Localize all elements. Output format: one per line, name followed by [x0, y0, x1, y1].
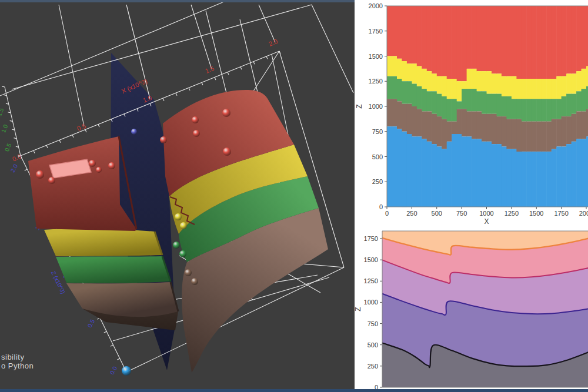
- cell-yellow: [562, 76, 567, 96]
- cell-yellow: [482, 71, 487, 91]
- tick-labels: 025050075010001250150017500: [364, 235, 385, 392]
- cell-green: [487, 94, 492, 114]
- cell-red: [497, 6, 502, 73]
- cell-red: [457, 6, 462, 81]
- cell-blue: [417, 136, 422, 207]
- cell-blue: [536, 152, 542, 207]
- red-point[interactable]: [160, 136, 167, 143]
- cell-green: [407, 81, 412, 104]
- red-point[interactable]: [96, 167, 102, 173]
- violet-point[interactable]: [131, 129, 137, 135]
- cell-red: [572, 6, 577, 73]
- surface-yellow-west[interactable]: [44, 229, 162, 256]
- red-point[interactable]: [223, 148, 231, 156]
- red-point[interactable]: [192, 116, 199, 123]
- cell-red: [392, 6, 397, 56]
- cell-yellow: [512, 76, 517, 99]
- cell-yellow: [516, 79, 522, 99]
- cell-yellow: [477, 71, 482, 91]
- cell-brown: [532, 122, 537, 152]
- area-fills: [382, 231, 588, 387]
- cell-brown: [566, 116, 572, 144]
- cell-blue: [487, 142, 492, 207]
- x-tick: 250: [406, 210, 417, 217]
- cell-green: [422, 89, 427, 112]
- cell-red: [397, 6, 402, 59]
- green-point[interactable]: [173, 242, 180, 249]
- y-tick: 1250: [364, 277, 378, 284]
- cell-yellow: [452, 79, 457, 99]
- cell-red: [532, 6, 537, 79]
- cell-blue: [482, 142, 487, 207]
- cell-red: [492, 6, 497, 73]
- cell-brown: [422, 112, 427, 139]
- cell-red: [562, 6, 567, 76]
- cell-green: [562, 96, 567, 116]
- red-point[interactable]: [36, 170, 44, 179]
- red-point[interactable]: [222, 109, 230, 117]
- cell-blue: [402, 132, 407, 207]
- cell-red: [487, 6, 492, 71]
- cell-blue: [566, 144, 572, 207]
- cell-yellow: [427, 71, 432, 91]
- surface-green-west[interactable]: [56, 256, 171, 283]
- cell-green: [387, 76, 392, 99]
- cell-yellow: [526, 79, 532, 99]
- red-point[interactable]: [108, 162, 115, 169]
- cell-green: [546, 99, 552, 122]
- cell-brown: [417, 109, 422, 136]
- cell-brown: [437, 116, 442, 146]
- y-tick: 0: [379, 203, 383, 210]
- cell-brown: [392, 99, 397, 126]
- cell-green: [556, 99, 562, 119]
- cell-red: [506, 6, 512, 76]
- brown-point[interactable]: [185, 269, 192, 276]
- cell-brown: [576, 112, 582, 139]
- watermark: sibility o Python: [1, 353, 34, 370]
- cell-red: [542, 6, 547, 79]
- y-tick: 500: [372, 153, 383, 160]
- cell-brown: [502, 116, 507, 146]
- cell-blue: [412, 136, 417, 207]
- cell-red: [482, 6, 487, 71]
- cell-blue: [472, 139, 477, 207]
- yellow-point[interactable]: [175, 213, 182, 220]
- cell-green: [576, 91, 582, 111]
- cell-green: [497, 94, 502, 117]
- cell-yellow: [556, 76, 562, 99]
- cell-blue: [432, 144, 437, 207]
- cell-red: [566, 6, 572, 73]
- cell-yellow: [417, 66, 422, 86]
- cell-yellow: [572, 73, 577, 93]
- red-point[interactable]: [48, 177, 55, 184]
- cell-brown: [457, 109, 462, 134]
- yellow-point[interactable]: [180, 222, 187, 229]
- cell-yellow: [442, 76, 447, 96]
- cell-green: [502, 96, 507, 116]
- cell-blue: [447, 142, 452, 207]
- y-axis-title: Z: [355, 307, 362, 311]
- cell-yellow: [397, 59, 402, 79]
- brown-point[interactable]: [191, 278, 198, 285]
- cell-yellow: [497, 73, 502, 93]
- cell-green: [572, 94, 577, 114]
- cell-yellow: [576, 71, 582, 91]
- cell-blue: [407, 134, 412, 207]
- 3d-viewport[interactable]: 0.00.51.01.52.01.51.00.52.01.51.00.50.0X…: [0, 0, 355, 392]
- cell-green: [402, 81, 407, 104]
- cell-blue: [576, 139, 582, 207]
- red-point[interactable]: [89, 160, 96, 167]
- cell-brown: [462, 109, 467, 136]
- y-axis-title: Z: [355, 104, 363, 108]
- cell-blue: [552, 149, 557, 207]
- cell-green: [397, 79, 402, 102]
- cell-brown: [447, 122, 452, 142]
- cell-red: [427, 6, 432, 71]
- cell-brown: [492, 114, 497, 144]
- cell-yellow: [402, 61, 407, 81]
- red-point[interactable]: [193, 130, 200, 137]
- cell-green: [417, 86, 422, 109]
- y-tick: 1750: [364, 235, 378, 242]
- green-point[interactable]: [179, 250, 186, 257]
- blue-point[interactable]: [122, 366, 131, 376]
